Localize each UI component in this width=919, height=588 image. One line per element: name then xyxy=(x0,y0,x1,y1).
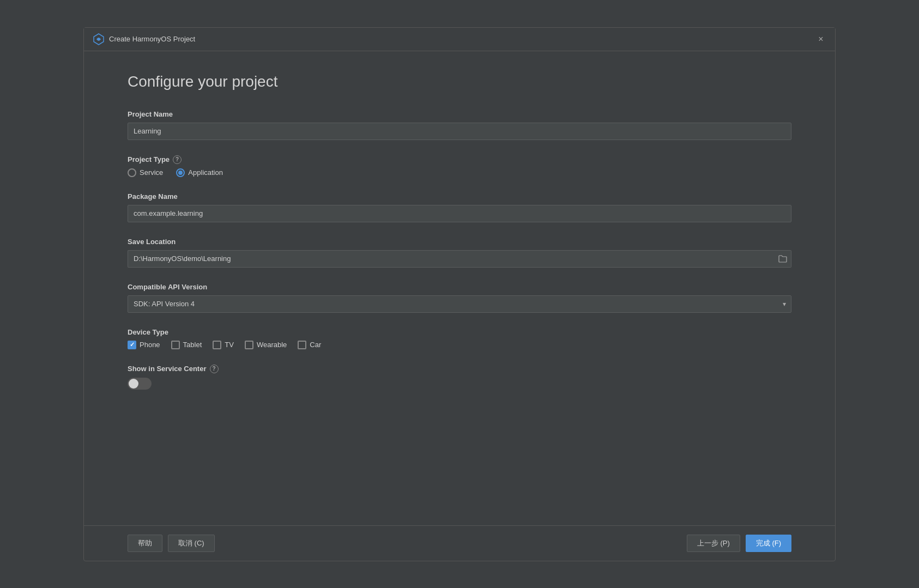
title-bar-left: Create HarmonyOS Project xyxy=(93,33,195,45)
page-heading: Configure your project xyxy=(128,73,791,90)
checkbox-tv-box xyxy=(213,341,221,349)
service-center-help-icon[interactable]: ? xyxy=(210,365,219,373)
checkbox-tablet-label: Tablet xyxy=(183,341,202,349)
api-version-select[interactable]: SDK: API Version 4 SDK: API Version 3 SD… xyxy=(128,295,791,313)
service-center-group: Show in Service Center ? xyxy=(128,365,791,390)
radio-application-indicator xyxy=(176,168,185,177)
checkbox-car[interactable]: Car xyxy=(298,341,321,349)
service-center-toggle[interactable] xyxy=(128,378,152,390)
save-location-input[interactable] xyxy=(128,250,774,268)
checkbox-tv-label: TV xyxy=(225,341,234,349)
api-version-group: Compatible API Version SDK: API Version … xyxy=(128,283,791,313)
footer-right-buttons: 上一步 (P) 完成 (F) xyxy=(687,535,791,552)
api-version-select-wrapper: SDK: API Version 4 SDK: API Version 3 SD… xyxy=(128,295,791,313)
checkbox-phone[interactable]: ✓ Phone xyxy=(128,341,160,349)
dialog-content: Configure your project Project Name Proj… xyxy=(84,51,835,525)
checkbox-phone-check: ✓ xyxy=(130,342,135,348)
checkbox-car-label: Car xyxy=(310,341,321,349)
title-bar: Create HarmonyOS Project × xyxy=(84,28,835,51)
radio-application-inner xyxy=(178,171,183,175)
project-name-group: Project Name xyxy=(128,110,791,140)
checkbox-tv[interactable]: TV xyxy=(213,341,234,349)
radio-service-label: Service xyxy=(140,168,163,177)
save-location-group: Save Location xyxy=(128,238,791,268)
device-type-group: Device Type ✓ Phone Tablet TV xyxy=(128,328,791,349)
radio-service[interactable]: Service xyxy=(128,168,163,177)
checkbox-tablet-box xyxy=(171,341,180,349)
dialog-footer: 帮助 取消 (C) 上一步 (P) 完成 (F) xyxy=(84,525,835,561)
package-name-label: Package Name xyxy=(128,192,791,201)
help-button[interactable]: 帮助 xyxy=(128,535,162,552)
device-type-label: Device Type xyxy=(128,328,791,336)
browse-folder-button[interactable] xyxy=(774,250,791,268)
create-project-dialog: Create HarmonyOS Project × Configure you… xyxy=(83,27,836,561)
checkbox-phone-box: ✓ xyxy=(128,341,136,349)
toggle-knob xyxy=(129,379,138,389)
cancel-button[interactable]: 取消 (C) xyxy=(168,535,215,552)
checkbox-car-box xyxy=(298,341,306,349)
close-button[interactable]: × xyxy=(815,34,826,45)
radio-application[interactable]: Application xyxy=(176,168,223,177)
radio-application-label: Application xyxy=(188,168,223,177)
api-version-label: Compatible API Version xyxy=(128,283,791,291)
project-type-radio-group: Service Application xyxy=(128,168,791,177)
save-location-input-row xyxy=(128,250,791,268)
checkbox-wearable-box xyxy=(245,341,253,349)
package-name-group: Package Name xyxy=(128,192,791,222)
folder-icon xyxy=(778,255,787,263)
project-name-input[interactable] xyxy=(128,123,791,140)
package-name-input[interactable] xyxy=(128,205,791,222)
save-location-label: Save Location xyxy=(128,238,791,246)
footer-left-buttons: 帮助 取消 (C) xyxy=(128,535,215,552)
checkbox-tablet[interactable]: Tablet xyxy=(171,341,202,349)
project-type-help-icon[interactable]: ? xyxy=(173,155,182,164)
project-name-label: Project Name xyxy=(128,110,791,118)
harmonyos-logo xyxy=(93,33,105,45)
device-type-checkbox-group: ✓ Phone Tablet TV Wearable xyxy=(128,341,791,349)
checkbox-phone-label: Phone xyxy=(140,341,160,349)
prev-button[interactable]: 上一步 (P) xyxy=(687,535,740,552)
project-type-label: Project Type ? xyxy=(128,155,791,164)
checkbox-wearable[interactable]: Wearable xyxy=(245,341,287,349)
service-center-toggle-wrapper xyxy=(128,378,791,390)
project-type-group: Project Type ? Service Application xyxy=(128,155,791,177)
finish-button[interactable]: 完成 (F) xyxy=(746,535,791,552)
window-title: Create HarmonyOS Project xyxy=(109,35,195,43)
radio-service-indicator xyxy=(128,168,136,177)
service-center-label: Show in Service Center ? xyxy=(128,365,791,373)
checkbox-wearable-label: Wearable xyxy=(257,341,287,349)
